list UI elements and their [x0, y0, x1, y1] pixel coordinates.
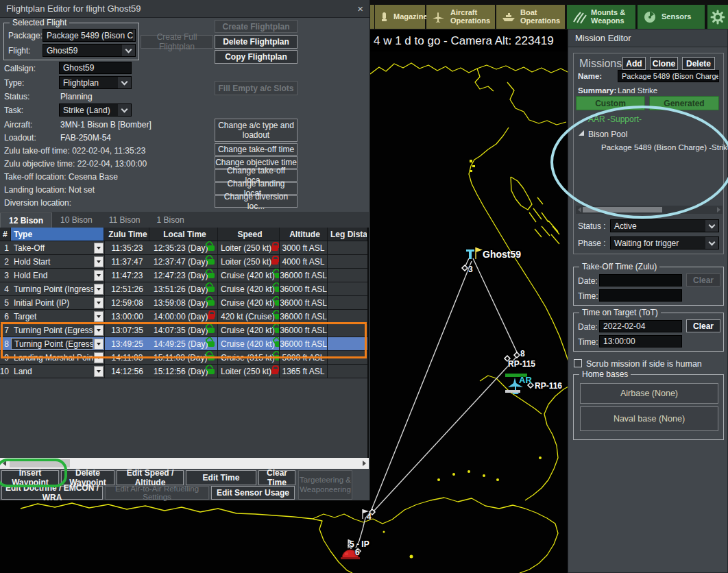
waypoint-markers[interactable]: [348, 265, 533, 554]
speed-lock-icon[interactable]: [275, 273, 280, 278]
table-row[interactable]: 1Take-Off11:35:2312:35:23 (Day)Loiter (2…: [0, 241, 367, 255]
waypoint-table-header: # Type Zulu Time Local Time Speed Altitu…: [0, 228, 367, 241]
takeoff-date-input[interactable]: [599, 274, 682, 286]
settings-gear-button[interactable]: [707, 5, 728, 29]
tab-partial[interactable]: [370, 5, 374, 29]
type-dropdown-button[interactable]: [93, 241, 104, 254]
time-lock-icon[interactable]: [208, 273, 215, 278]
time-lock-icon[interactable]: [208, 314, 215, 319]
table-row[interactable]: 3Hold End11:47:2312:47:23 (Day)Cruise (4…: [0, 269, 367, 282]
edit-sensor-usage-button[interactable]: Edit Sensor Usage: [211, 486, 295, 500]
flightplan-editor-dialog: Flightplan Editor for flight Ghost59 × S…: [0, 0, 370, 500]
delete-mission-button[interactable]: Delete: [682, 57, 715, 70]
copy-flightplan-button[interactable]: Copy Flightplan: [215, 50, 298, 64]
takeoff-location-line: Take-off location: Cesena Base: [4, 172, 118, 182]
chevron-down-icon[interactable]: [705, 220, 718, 232]
table-row[interactable]: 2Hold Start11:37:4712:37:47 (Day)Loiter …: [0, 255, 367, 269]
map-label-rp115[interactable]: RP-115: [508, 359, 535, 369]
edit-time-button[interactable]: Edit Time: [186, 470, 256, 485]
speed-lock-icon[interactable]: [271, 259, 278, 265]
tab-mounts-weapons[interactable]: Mounts & Weapons: [567, 5, 635, 29]
callsign-input[interactable]: Ghost59: [59, 62, 132, 74]
type-dropdown-button[interactable]: [93, 310, 104, 323]
mission-phase-select[interactable]: Waiting for trigger: [610, 236, 719, 249]
package-select[interactable]: Package 5489 (Bison C: [43, 29, 136, 42]
dialog-titlebar[interactable]: Flightplan Editor for flight Ghost59 ×: [0, 0, 369, 18]
tot-time-input[interactable]: 13:00:00: [599, 335, 682, 348]
type-dropdown-button[interactable]: [93, 282, 104, 295]
time-lock-icon[interactable]: [208, 286, 215, 292]
tab-sensors[interactable]: Sensors: [638, 5, 705, 29]
chevron-down-icon[interactable]: [122, 45, 135, 56]
tab-12-bison[interactable]: 12 Bison: [0, 212, 52, 228]
takeoff-time-input[interactable]: [599, 289, 682, 302]
change-type-loadout-button[interactable]: Change a/c type and loadout: [215, 119, 298, 142]
chevron-down-icon[interactable]: [133, 29, 136, 41]
col-legdist[interactable]: Leg Dista: [328, 228, 367, 241]
chevron-down-icon[interactable]: [118, 104, 131, 116]
col-local[interactable]: Local Time: [149, 228, 218, 241]
speed-cell: Loiter (250 kt): [218, 365, 280, 378]
type-dropdown-button[interactable]: [93, 255, 104, 268]
chevron-down-icon[interactable]: [705, 237, 718, 249]
scroll-left-icon[interactable]: [578, 207, 581, 212]
time-lock-icon[interactable]: [208, 369, 215, 374]
speed-lock-icon[interactable]: [275, 300, 280, 306]
mission-status-select[interactable]: Active: [610, 219, 719, 232]
tab-magazines[interactable]: Magazines: [375, 5, 425, 29]
time-lock-icon[interactable]: [208, 300, 215, 306]
type-select[interactable]: Flightplan: [59, 76, 132, 89]
table-row[interactable]: 4Turning Point (Ingress)12:51:2613:51:26…: [0, 282, 367, 296]
scroll-right-icon[interactable]: [363, 461, 366, 466]
table-row[interactable]: 10Land14:12:5615:12:56 (Day)Loiter (250 …: [0, 365, 367, 378]
scrub-mission-checkbox[interactable]: [574, 359, 582, 367]
tab-1-bison[interactable]: 1 Bison: [149, 212, 193, 228]
add-mission-button[interactable]: Add: [622, 57, 646, 70]
tab-aircraft-operations[interactable]: Aircraft Operations: [426, 5, 495, 29]
close-icon[interactable]: ×: [357, 3, 363, 14]
chevron-down-icon[interactable]: [118, 77, 131, 88]
type-dropdown-button[interactable]: [93, 296, 104, 309]
waypoint-number: 4: [0, 282, 11, 295]
tab-boat-operations[interactable]: Boat Operations: [496, 5, 565, 29]
waypoint-number: 3: [0, 269, 11, 282]
clone-mission-button[interactable]: Clone: [650, 57, 678, 70]
mission-name-input[interactable]: Package 5489 (Bison Charge: [618, 70, 719, 82]
col-type[interactable]: Type: [11, 228, 104, 241]
local-time-cell: 12:35:23 (Day): [149, 241, 218, 254]
tot-date-input[interactable]: 2022-02-04: [599, 320, 682, 332]
table-row[interactable]: 5Initial Point (IP)12:59:0813:59:08 (Day…: [0, 296, 367, 310]
edit-doctrine-button[interactable]: Edit Doctrine / EMCON / WRA: [1, 486, 103, 500]
speed-lock-icon[interactable]: [275, 314, 280, 319]
time-lock-icon[interactable]: [208, 259, 215, 265]
speed-lock-icon[interactable]: [271, 245, 278, 251]
map-label-rp116[interactable]: RP-116: [535, 381, 562, 391]
col-altitude[interactable]: Altitude: [280, 228, 328, 241]
naval-base-button[interactable]: Naval base (None): [580, 406, 718, 431]
clear-time-button[interactable]: Clear Time: [258, 470, 295, 485]
ghost59-unit-icon[interactable]: [466, 247, 483, 259]
tab-10-bison[interactable]: 10 Bison: [52, 212, 101, 228]
col-num[interactable]: #: [0, 228, 11, 241]
delete-flightplan-button[interactable]: Delete Flightplan: [215, 35, 298, 49]
type-dropdown-button[interactable]: [93, 269, 104, 282]
speed-lock-icon[interactable]: [271, 369, 278, 374]
edit-speed-altitude-button[interactable]: Edit Speed / Altitude: [117, 470, 184, 485]
mission-editor-titlebar[interactable]: Mission Editor: [568, 29, 727, 47]
flight-select[interactable]: Ghost59: [43, 44, 136, 57]
tot-clear-button[interactable]: Clear: [686, 319, 720, 332]
airbase-button[interactable]: Airbase (None): [580, 383, 718, 404]
col-zulu[interactable]: Zulu Time: [104, 228, 149, 241]
type-dropdown-button[interactable]: [93, 365, 104, 378]
time-lock-icon[interactable]: [208, 245, 215, 251]
col-speed[interactable]: Speed: [218, 228, 280, 241]
change-takeoff-time-button[interactable]: Change take-off time: [215, 143, 298, 156]
scroll-right-icon[interactable]: [717, 207, 720, 212]
table-row[interactable]: 6Target13:00:0014:00:00 (Day)420 kt (Cru…: [0, 310, 367, 324]
change-diversion-location-button[interactable]: Change diversion loc...: [215, 195, 298, 208]
tab-11-bison[interactable]: 11 Bison: [101, 212, 149, 228]
map-label-ar: AR: [519, 375, 532, 385]
speed-lock-icon[interactable]: [275, 286, 280, 292]
map-label-ghost59[interactable]: Ghost59: [483, 249, 521, 260]
task-select[interactable]: Strike (Land): [59, 103, 132, 117]
